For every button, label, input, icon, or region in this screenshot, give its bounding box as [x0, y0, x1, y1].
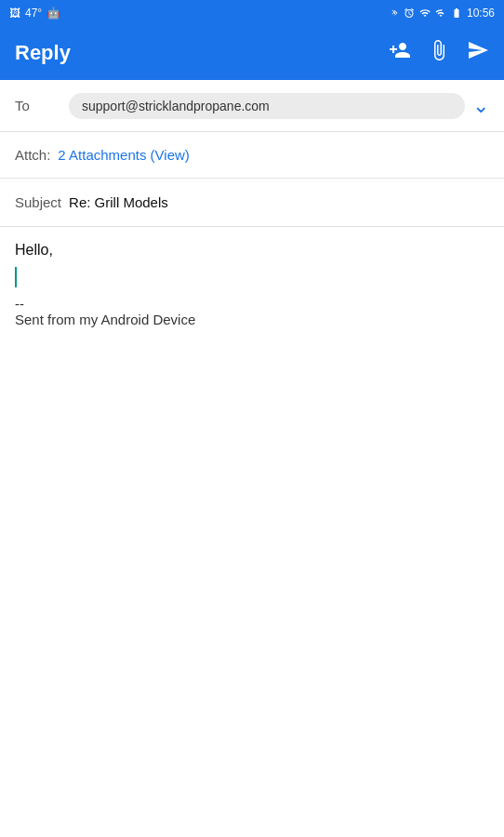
to-label: To: [15, 98, 69, 113]
subject-row: Subject Re: Grill Models: [0, 179, 504, 227]
wifi-icon: [418, 7, 431, 19]
attachments-row: Attch: 2 Attachments (View): [0, 132, 504, 179]
compose-form: To support@stricklandpropane.com ⌄ Attch…: [0, 80, 504, 227]
signature-block: -- Sent from my Android Device: [15, 296, 489, 327]
status-bar: 🖼 47° 🤖 10:56: [0, 0, 504, 26]
to-field-row: To support@stricklandpropane.com ⌄: [0, 80, 504, 132]
bluetooth-icon: [389, 7, 400, 20]
person-add-button[interactable]: [389, 39, 411, 67]
time-display: 10:56: [467, 7, 495, 20]
signature-dash: --: [15, 296, 489, 312]
page-title: Reply: [15, 41, 378, 65]
subject-label: Subject: [15, 194, 61, 210]
text-cursor-line: [15, 266, 489, 288]
battery-icon: [450, 7, 463, 19]
signature-text: Sent from my Android Device: [15, 312, 489, 327]
subject-value[interactable]: Re: Grill Models: [69, 194, 168, 210]
signal-icon: [435, 7, 446, 19]
android-icon: 🤖: [46, 7, 60, 20]
temp-display: 47°: [25, 7, 42, 20]
attach-button[interactable]: [428, 39, 450, 67]
attachments-link[interactable]: 2 Attachments (View): [58, 147, 189, 163]
photo-icon: 🖼: [9, 7, 20, 20]
status-bar-left: 🖼 47° 🤖: [9, 7, 60, 20]
body-area[interactable]: Hello, -- Sent from my Android Device: [0, 227, 504, 342]
app-bar-actions: [389, 39, 489, 67]
status-bar-right: 10:56: [389, 7, 495, 20]
attch-label: Attch:: [15, 147, 50, 163]
send-button[interactable]: [467, 39, 489, 67]
body-greeting: Hello,: [15, 242, 489, 259]
chevron-down-icon[interactable]: ⌄: [472, 94, 489, 118]
app-bar: Reply: [0, 26, 504, 80]
cursor-bar: [15, 267, 17, 287]
alarm-icon: [404, 7, 415, 20]
to-address[interactable]: support@stricklandpropane.com: [69, 93, 465, 119]
